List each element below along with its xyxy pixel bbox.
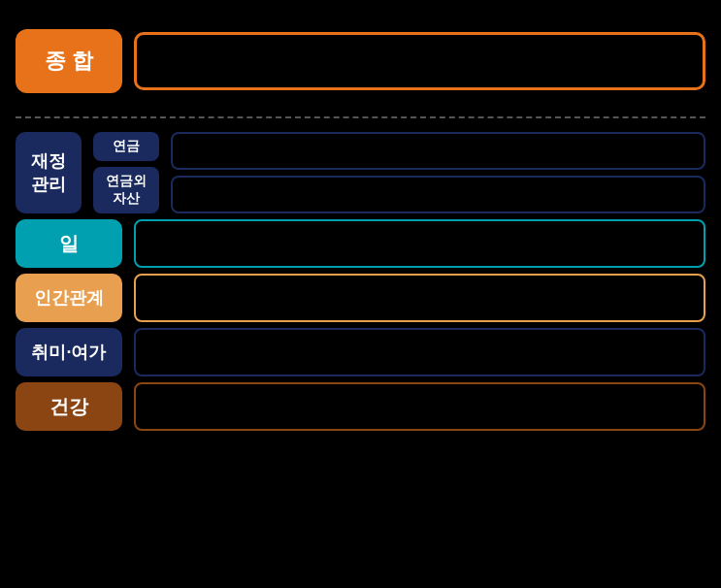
label-jonghap: 종 합	[16, 29, 122, 93]
row-hobby: 취미·여가	[16, 328, 705, 376]
bar-jonghap	[134, 32, 705, 90]
label-ingwang: 인간관계	[16, 274, 122, 322]
bar-health	[134, 382, 705, 431]
bar-yeonggeum	[171, 132, 705, 170]
main-container: 종 합 재정 관리 연금 연금외 자산	[0, 0, 721, 588]
label-yeonggeum: 연금	[93, 132, 159, 161]
label-jaejung: 재정 관리	[16, 132, 82, 213]
label-hobby: 취미·여가	[16, 328, 122, 376]
label-il: 일	[16, 219, 122, 268]
bar-il	[134, 219, 705, 268]
bar-yeonggeum-oi	[171, 176, 705, 213]
bar-hobby	[134, 328, 705, 376]
row-il: 일	[16, 219, 705, 268]
row-ingwang: 인간관계	[16, 274, 705, 322]
row-jaejung: 재정 관리 연금 연금외 자산	[16, 132, 705, 213]
rows-section: 재정 관리 연금 연금외 자산 일	[16, 132, 705, 431]
top-section: 종 합	[16, 29, 705, 93]
dashed-divider	[16, 116, 705, 118]
bars-col-jaejung	[171, 132, 705, 213]
label-yeonggeum-oi: 연금외 자산	[93, 167, 159, 213]
label-health: 건강	[16, 382, 122, 431]
sub-labels-col: 연금 연금외 자산	[93, 132, 159, 213]
bar-ingwang	[134, 274, 705, 322]
row-health: 건강	[16, 382, 705, 431]
